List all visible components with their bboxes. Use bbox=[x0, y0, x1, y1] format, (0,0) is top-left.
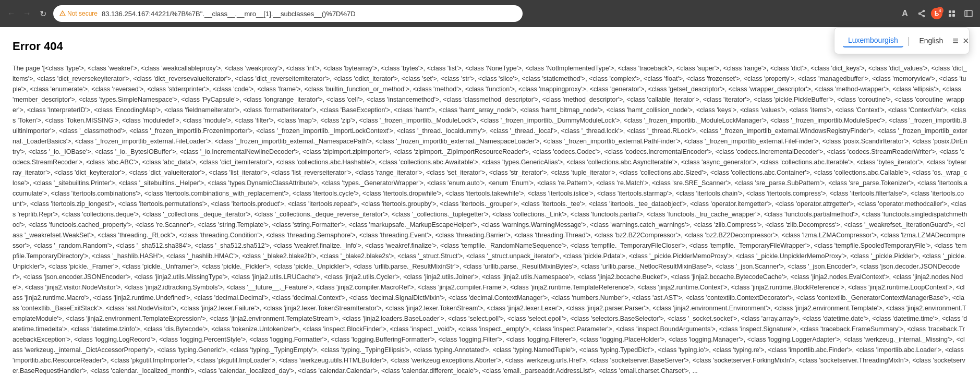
back-button[interactable]: ← bbox=[4, 6, 19, 21]
sidebar-toggle-button[interactable] bbox=[961, 6, 976, 21]
translate-button[interactable]: A bbox=[898, 6, 912, 21]
extensions-icon bbox=[948, 9, 956, 18]
browser-chrome: ← → ↻ ! Not secure 83.136.254.167:44221/… bbox=[0, 0, 980, 27]
svg-line-5 bbox=[919, 14, 924, 16]
extensions-button[interactable] bbox=[945, 6, 959, 21]
share-button[interactable] bbox=[914, 6, 929, 21]
svg-line-4 bbox=[919, 11, 924, 14]
lang-english-button[interactable]: English bbox=[914, 34, 948, 47]
translation-popup: Luxembourgish | English ≡ × bbox=[834, 27, 970, 54]
page-content: Error 404 The page '[<class 'type'>, <cl… bbox=[0, 27, 980, 386]
svg-rect-10 bbox=[965, 10, 972, 17]
translation-menu-icon[interactable]: ≡ bbox=[952, 35, 959, 47]
nav-buttons: ← → ↻ bbox=[4, 6, 50, 21]
browser-actions: A B 4 bbox=[898, 6, 976, 21]
share-icon bbox=[917, 9, 926, 18]
error-title: Error 404 bbox=[13, 38, 967, 55]
svg-rect-7 bbox=[952, 10, 955, 13]
not-secure-indicator: ! Not secure bbox=[59, 10, 98, 17]
lang-luxembourgish-button[interactable]: Luxembourgish bbox=[843, 34, 903, 47]
warning-icon: ! bbox=[59, 10, 66, 17]
not-secure-label: Not secure bbox=[67, 10, 98, 17]
address-bar[interactable]: ! Not secure 83.136.254.167:44221/%7B%7B… bbox=[53, 5, 523, 22]
lang-separator: | bbox=[908, 35, 910, 46]
svg-rect-8 bbox=[949, 14, 951, 17]
reload-button[interactable]: ↻ bbox=[35, 6, 50, 21]
url-display: 83.136.254.167:44221/%7B%7B".__class__._… bbox=[102, 10, 356, 18]
sidebar-icon bbox=[964, 9, 973, 18]
brave-icon: B 4 bbox=[931, 8, 942, 19]
svg-rect-9 bbox=[952, 14, 955, 17]
notification-badge: 4 bbox=[936, 7, 943, 14]
svg-text:!: ! bbox=[62, 13, 63, 16]
translation-close-icon[interactable]: × bbox=[963, 35, 969, 47]
forward-button[interactable]: → bbox=[20, 6, 34, 21]
error-body: The page '[<class 'type'>, <class 'weakr… bbox=[13, 63, 967, 376]
svg-rect-6 bbox=[949, 10, 951, 13]
